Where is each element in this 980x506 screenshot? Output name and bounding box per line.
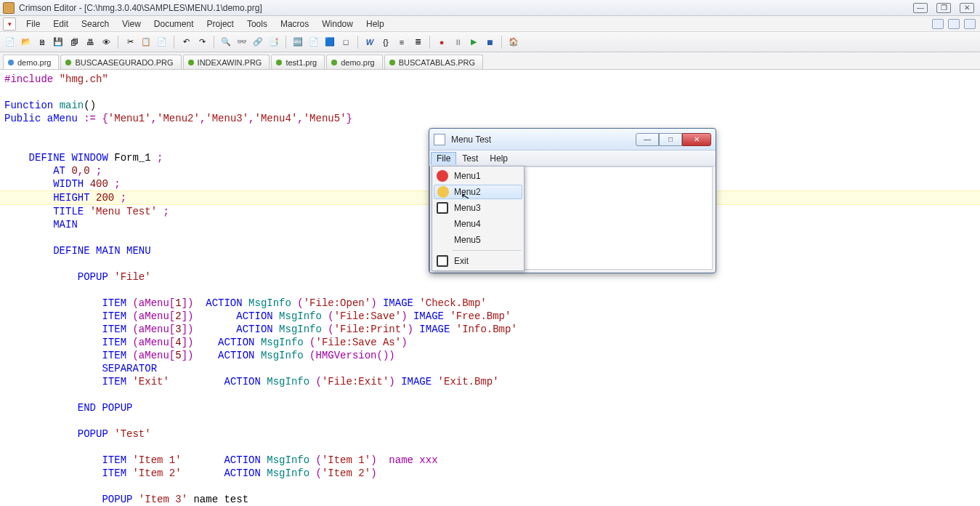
menu-item-menu3[interactable]: Menu3 — [434, 200, 522, 216]
undo-icon[interactable]: ↶ — [179, 35, 193, 49]
tab-dot-icon — [8, 60, 14, 65]
submenu-help[interactable]: Help — [484, 152, 514, 165]
tab-dot-icon — [276, 60, 282, 65]
document-icon[interactable]: ▾ — [3, 17, 16, 31]
tab-label: BUSCAASEGURADO.PRG — [75, 58, 173, 67]
menu-view[interactable]: View — [116, 17, 147, 31]
save-icon[interactable]: 💾 — [51, 35, 65, 49]
tab-dot-icon — [389, 60, 395, 65]
mdi-minimize-icon[interactable] — [932, 19, 944, 29]
tab-label: test1.prg — [286, 58, 317, 67]
tab-dot-icon — [331, 60, 337, 65]
open-icon[interactable]: 📂 — [19, 35, 33, 49]
tab-buscatablas[interactable]: BUSCATABLAS.PRG — [384, 55, 483, 69]
preview-icon[interactable]: 👁 — [99, 35, 113, 49]
braces-icon[interactable]: {} — [378, 35, 393, 49]
submenu-test[interactable]: Test — [456, 152, 484, 165]
link-icon[interactable]: 🔗 — [251, 35, 265, 49]
menu-item-label: Menu4 — [454, 219, 481, 229]
tab-dot-icon — [65, 60, 71, 65]
menu-item-menu1[interactable]: Menu1 — [434, 168, 522, 184]
pause-macro-icon[interactable]: ⏸ — [450, 35, 465, 49]
exit-icon — [437, 255, 448, 267]
menu-window[interactable]: Window — [316, 17, 359, 31]
home-icon[interactable]: 🏠 — [506, 35, 521, 49]
submenu-file[interactable]: File — [431, 152, 456, 165]
wordwrap-icon[interactable]: W — [363, 35, 377, 49]
menu-item-menu5[interactable]: Menu5 — [434, 232, 522, 248]
document-tabs: demo.prg BUSCAASEGURADO.PRG INDEXAWIN.PR… — [0, 52, 980, 70]
tab-label: INDEXAWIN.PRG — [198, 58, 262, 67]
menu-item-menu2[interactable]: Menu2 — [434, 185, 522, 199]
menu-test-titlebar[interactable]: Menu Test — □ ✕ — [429, 129, 716, 150]
play-macro-icon[interactable]: ▶ — [466, 35, 481, 49]
menu-item-label: Menu2 — [454, 187, 481, 197]
window-icon — [434, 134, 445, 145]
blank-doc-icon[interactable]: 🗎 — [35, 35, 49, 49]
tab-demo-prg-1[interactable]: demo.prg — [3, 55, 59, 69]
menu-file[interactable]: File — [20, 17, 46, 31]
paste-icon[interactable]: 📄 — [155, 35, 169, 49]
menu-test-title: Menu Test — [451, 134, 491, 145]
save-all-icon[interactable]: 🗐 — [67, 35, 81, 49]
tab-label: demo.prg — [17, 58, 51, 67]
file-dropdown-menu: Menu1 Menu2 Menu3 Menu4 Menu5 Exit — [432, 166, 525, 271]
menu-macros[interactable]: Macros — [275, 17, 315, 31]
box-icon[interactable]: □ — [339, 35, 353, 49]
menu-item-label: Exit — [454, 256, 469, 266]
tab-demo-prg-2[interactable]: demo.prg — [326, 55, 382, 69]
print-icon[interactable]: 🖶 — [83, 35, 97, 49]
menu-tools[interactable]: Tools — [241, 17, 273, 31]
mdi-restore-icon[interactable] — [948, 19, 960, 29]
record-macro-icon[interactable]: ● — [434, 35, 449, 49]
subwin-maximize-button[interactable]: □ — [659, 133, 682, 146]
maximize-button[interactable]: ❐ — [936, 3, 951, 13]
bookmark-icon[interactable]: 📑 — [267, 35, 281, 49]
close-button[interactable]: ✕ — [960, 3, 974, 13]
menu-item-label: Menu5 — [454, 235, 481, 245]
face-icon — [437, 186, 449, 198]
menu-item-label: Menu3 — [454, 203, 481, 213]
indent-right-icon[interactable]: ≣ — [410, 35, 425, 49]
tab-dot-icon — [188, 60, 194, 65]
tab-indexawin[interactable]: INDEXAWIN.PRG — [183, 55, 270, 69]
stop-macro-icon[interactable]: ⏹ — [482, 35, 497, 49]
tab-label: demo.prg — [341, 58, 374, 67]
tab-buscaasegurado[interactable]: BUSCAASEGURADO.PRG — [60, 55, 181, 69]
menu-test-menubar: File Test Help — [429, 150, 716, 166]
main-menubar: ▾ File Edit Search View Document Project… — [0, 16, 980, 32]
menu-item-menu4[interactable]: Menu4 — [434, 216, 522, 232]
main-toolbar: 📄 📂 🗎 💾 🗐 🖶 👁 ✂ 📋 📄 ↶ ↷ 🔍 👓 🔗 📑 🔤 📄 🟦 □ … — [0, 32, 980, 52]
menu-edit[interactable]: Edit — [47, 17, 74, 31]
menu-project[interactable]: Project — [201, 17, 240, 31]
title-bar: Crimson Editor - [C:\hmg.3.0.40\SAMPLES\… — [0, 0, 980, 16]
tab-label: BUSCATABLAS.PRG — [399, 58, 475, 67]
doc2-icon[interactable]: 📄 — [307, 35, 321, 49]
find-icon[interactable]: 🔍 — [219, 35, 233, 49]
indent-left-icon[interactable]: ≡ — [394, 35, 409, 49]
color-icon[interactable]: 🟦 — [323, 35, 337, 49]
menu-test-window[interactable]: Menu Test — □ ✕ File Test Help Menu1 Men… — [429, 128, 716, 273]
redo-icon[interactable]: ↷ — [195, 35, 209, 49]
mdi-close-icon[interactable] — [964, 19, 976, 29]
box-icon — [437, 202, 448, 214]
alert-icon — [437, 170, 448, 182]
menu-help[interactable]: Help — [360, 17, 390, 31]
cut-icon[interactable]: ✂ — [123, 35, 137, 49]
menu-item-exit[interactable]: Exit — [434, 253, 522, 269]
copy-icon[interactable]: 📋 — [139, 35, 153, 49]
minimize-button[interactable]: — — [913, 3, 928, 13]
subwin-minimize-button[interactable]: — — [636, 133, 659, 146]
find-in-files-icon[interactable]: 👓 — [235, 35, 249, 49]
spell-icon[interactable]: 🔤 — [291, 35, 305, 49]
menu-document[interactable]: Document — [148, 17, 200, 31]
menu-search[interactable]: Search — [76, 17, 115, 31]
app-icon — [3, 2, 15, 14]
tab-test1[interactable]: test1.prg — [271, 55, 325, 69]
new-file-icon[interactable]: 📄 — [3, 35, 17, 49]
menu-item-label: Menu1 — [454, 171, 481, 181]
menu-separator — [453, 250, 521, 251]
subwin-close-button[interactable]: ✕ — [682, 133, 711, 146]
window-title: Crimson Editor - [C:\hmg.3.0.40\SAMPLES\… — [19, 3, 262, 13]
